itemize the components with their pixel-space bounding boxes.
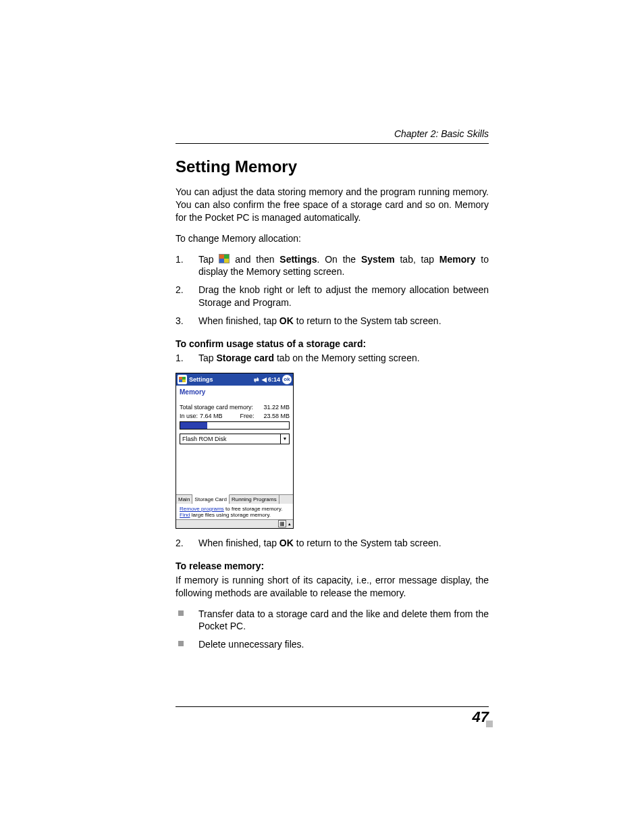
chapter-header: Chapter 2: Basic Skills [176,128,489,139]
storage-dropdown[interactable]: Flash ROM Disk ▼ [180,434,290,444]
bullet-delete: Delete unnecessary files. [176,638,489,651]
start-flag-icon[interactable] [178,375,187,384]
screenshot-footer: Remove programs to free storage memory. … [176,504,293,519]
release-methods-list: Transfer data to a storage card and the … [176,608,489,652]
corner-marker [486,721,493,727]
tab-running-programs[interactable]: Running Programs [230,495,279,504]
free-label: Free: [240,413,254,419]
inuse-value: 7.64 MB [200,413,223,419]
connectivity-icon[interactable]: ⇄ [254,376,259,383]
tab-main[interactable]: Main [176,495,192,504]
chevron-down-icon[interactable]: ▼ [280,434,289,444]
free-value: 23.58 MB [263,413,290,419]
rule-top [176,143,489,144]
page-title: Setting Memory [176,157,489,176]
subheading-release-memory: To release memory: [176,561,489,571]
find-link[interactable]: Find [180,512,190,518]
step-1: Tap and then Settings. On the System tab… [176,253,489,279]
start-icon [219,254,230,263]
sip-bar: ▦ ▴ [176,519,293,528]
step-2: Drag the knob right or left to adjust th… [176,284,489,309]
release-memory-paragraph: If memory is running short of its capaci… [176,574,489,600]
step-storage-2: When finished, tap OK to return to the S… [176,537,489,550]
device-screenshot: Settings ⇄ ◀ 6:14 ok Memory Total storag… [176,373,294,529]
steps-list-1: Tap and then Settings. On the System tab… [176,253,489,328]
total-memory-label: Total storage card memory: [180,404,263,411]
sip-up-icon[interactable]: ▴ [288,521,291,527]
remove-programs-link[interactable]: Remove programs [180,506,224,512]
screenshot-titlebar: Settings ⇄ ◀ 6:14 ok [176,373,293,386]
steps-list-2a: Tap Storage card tab on the Memory setti… [176,352,489,365]
rule-bottom [176,706,489,707]
screenshot-subtitle: Memory [176,386,293,404]
lead-paragraph-1: To change Memory allocation: [176,232,489,245]
keyboard-icon[interactable]: ▦ [278,520,286,527]
speaker-icon[interactable]: ◀ [262,376,267,383]
page-number: 47 [176,708,489,726]
bullet-transfer: Transfer data to a storage card and the … [176,608,489,633]
total-memory-value: 31.22 MB [263,404,290,411]
inuse-label: In use: [180,413,198,419]
tab-storage-card[interactable]: Storage Card [192,494,230,504]
subheading-storage-card: To confirm usage status of a storage car… [176,338,489,349]
step-3: When finished, tap OK to return to the S… [176,315,489,328]
screenshot-title: Settings [189,376,213,383]
intro-paragraph: You can adjust the data storing memory a… [176,186,489,224]
ok-button[interactable]: ok [282,375,292,384]
clock: 6:14 [268,376,280,383]
memory-usage-bar [180,421,290,429]
step-storage-1: Tap Storage card tab on the Memory setti… [176,352,489,365]
steps-list-2b: When finished, tap OK to return to the S… [176,537,489,550]
screenshot-tabs: Main Storage Card Running Programs [176,494,293,504]
